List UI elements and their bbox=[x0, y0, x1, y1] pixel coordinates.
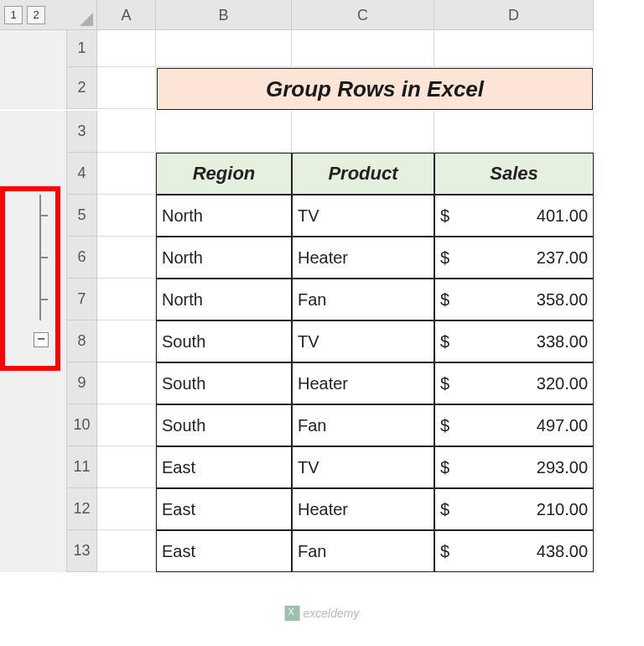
cell-product[interactable]: TV bbox=[292, 195, 434, 237]
cell-a12[interactable] bbox=[97, 488, 156, 530]
cell-region[interactable]: North bbox=[156, 279, 292, 320]
cell-b1[interactable] bbox=[156, 30, 292, 67]
currency-symbol: $ bbox=[440, 500, 449, 519]
cell-c1[interactable] bbox=[292, 30, 434, 67]
row-header-12[interactable]: 12 bbox=[67, 488, 97, 530]
cell-region[interactable]: North bbox=[156, 237, 292, 279]
cell-region[interactable]: East bbox=[156, 530, 292, 572]
cell-sales[interactable]: $497.00 bbox=[434, 404, 594, 446]
currency-symbol: $ bbox=[440, 416, 449, 435]
column-header-d[interactable]: D bbox=[434, 0, 594, 30]
cell-d3[interactable] bbox=[434, 111, 594, 153]
outline-collapse-button[interactable]: − bbox=[34, 332, 49, 347]
cell-sales[interactable]: $293.00 bbox=[434, 446, 594, 488]
sales-value: 293.00 bbox=[475, 458, 588, 477]
outline-gutter bbox=[0, 488, 67, 530]
table-header-region[interactable]: Region bbox=[156, 153, 292, 195]
column-header-a[interactable]: A bbox=[97, 0, 156, 30]
cell-sales[interactable]: $237.00 bbox=[434, 237, 594, 279]
cell-a5[interactable] bbox=[97, 195, 156, 237]
currency-symbol: $ bbox=[440, 290, 449, 310]
row-header-11[interactable]: 11 bbox=[67, 446, 97, 488]
outline-gutter bbox=[0, 67, 67, 109]
cell-sales[interactable]: $438.00 bbox=[434, 530, 594, 572]
outline-gutter bbox=[0, 111, 67, 153]
outline-level-2[interactable]: 2 bbox=[27, 6, 45, 24]
row-header-7[interactable]: 7 bbox=[67, 279, 97, 320]
cell-a9[interactable] bbox=[97, 362, 156, 404]
cell-product[interactable]: Heater bbox=[292, 488, 434, 530]
currency-symbol: $ bbox=[440, 332, 449, 352]
cell-region[interactable]: South bbox=[156, 320, 292, 362]
cell-a7[interactable] bbox=[97, 279, 156, 320]
cell-sales[interactable]: $358.00 bbox=[434, 279, 594, 320]
currency-symbol: $ bbox=[440, 542, 449, 561]
cell-a1[interactable] bbox=[97, 30, 156, 67]
cell-region[interactable]: East bbox=[156, 446, 292, 488]
cell-region[interactable]: North bbox=[156, 195, 292, 237]
sales-value: 438.00 bbox=[475, 542, 588, 561]
currency-symbol: $ bbox=[440, 374, 449, 393]
cell-product[interactable]: Fan bbox=[292, 530, 434, 572]
column-header-c[interactable]: C bbox=[292, 0, 434, 30]
row-header-3[interactable]: 3 bbox=[67, 111, 97, 153]
sales-value: 401.00 bbox=[475, 206, 588, 226]
sales-value: 237.00 bbox=[475, 248, 588, 268]
cell-sales[interactable]: $338.00 bbox=[434, 320, 594, 362]
row-header-5[interactable]: 5 bbox=[67, 195, 97, 237]
sales-value: 320.00 bbox=[475, 374, 588, 393]
cell-a13[interactable] bbox=[97, 530, 156, 572]
cell-c3[interactable] bbox=[292, 111, 434, 153]
cell-a3[interactable] bbox=[97, 111, 156, 153]
page-title[interactable]: Group Rows in Excel bbox=[157, 68, 593, 110]
table-header-sales[interactable]: Sales bbox=[434, 153, 594, 195]
row-header-9[interactable]: 9 bbox=[67, 362, 97, 404]
row-header-6[interactable]: 6 bbox=[67, 237, 97, 279]
cell-b3[interactable] bbox=[156, 111, 292, 153]
cell-region[interactable]: South bbox=[156, 404, 292, 446]
cell-a4[interactable] bbox=[97, 153, 156, 195]
row-header-4[interactable]: 4 bbox=[67, 153, 97, 195]
row-header-2[interactable]: 2 bbox=[67, 67, 97, 109]
cell-region[interactable]: East bbox=[156, 488, 292, 530]
cell-sales[interactable]: $401.00 bbox=[434, 195, 594, 237]
cell-region[interactable]: South bbox=[156, 362, 292, 404]
sales-value: 338.00 bbox=[475, 332, 588, 352]
currency-symbol: $ bbox=[440, 248, 449, 268]
outline-gutter bbox=[0, 530, 67, 572]
outline-level-1[interactable]: 1 bbox=[4, 6, 23, 24]
cell-product[interactable]: TV bbox=[292, 446, 434, 488]
cell-a2[interactable] bbox=[97, 67, 156, 109]
select-all-triangle[interactable] bbox=[45, 0, 96, 29]
outline-gutter bbox=[0, 195, 67, 237]
cell-product[interactable]: Heater bbox=[292, 362, 434, 404]
excel-icon bbox=[285, 606, 300, 621]
cell-sales[interactable]: $210.00 bbox=[434, 488, 594, 530]
cell-a11[interactable] bbox=[97, 446, 156, 488]
row-header-1[interactable]: 1 bbox=[67, 30, 97, 67]
outline-gutter bbox=[0, 153, 67, 195]
outline-gutter bbox=[0, 446, 67, 488]
row-header-13[interactable]: 13 bbox=[67, 530, 97, 572]
cell-a8[interactable] bbox=[97, 320, 156, 362]
outline-gutter bbox=[0, 237, 67, 279]
cell-product[interactable]: TV bbox=[292, 320, 434, 362]
table-header-product[interactable]: Product bbox=[292, 153, 434, 195]
cell-product[interactable]: Fan bbox=[292, 279, 434, 320]
outline-gutter bbox=[0, 362, 67, 404]
column-header-b[interactable]: B bbox=[156, 0, 292, 30]
currency-symbol: $ bbox=[440, 458, 449, 477]
outline-gutter bbox=[0, 30, 67, 67]
sales-value: 358.00 bbox=[475, 290, 588, 310]
row-header-8[interactable]: 8 bbox=[67, 320, 97, 362]
cell-product[interactable]: Heater bbox=[292, 237, 434, 279]
watermark: exceldemy bbox=[285, 606, 360, 621]
row-header-10[interactable]: 10 bbox=[67, 404, 97, 446]
outline-gutter: − bbox=[0, 320, 67, 362]
cell-a10[interactable] bbox=[97, 404, 156, 446]
cell-a6[interactable] bbox=[97, 237, 156, 279]
cell-product[interactable]: Fan bbox=[292, 404, 434, 446]
cell-sales[interactable]: $320.00 bbox=[434, 362, 594, 404]
sales-value: 210.00 bbox=[475, 500, 588, 519]
cell-d1[interactable] bbox=[434, 30, 594, 67]
